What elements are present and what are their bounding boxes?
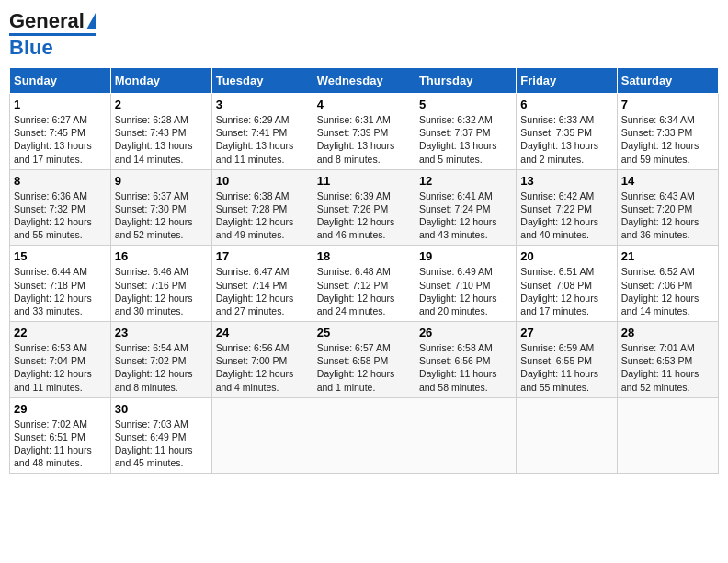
cell-info: Sunrise: 6:34 AMSunset: 7:33 PMDaylight:…: [621, 113, 714, 166]
cell-info: Sunrise: 6:31 AMSunset: 7:39 PMDaylight:…: [317, 113, 411, 166]
calendar-cell: 2Sunrise: 6:28 AMSunset: 7:43 PMDaylight…: [110, 94, 211, 170]
cell-info: Sunrise: 6:57 AMSunset: 6:58 PMDaylight:…: [317, 341, 411, 394]
day-number: 21: [621, 249, 714, 263]
calendar-cell: 7Sunrise: 6:34 AMSunset: 7:33 PMDaylight…: [617, 94, 718, 170]
cell-info: Sunrise: 6:54 AMSunset: 7:02 PMDaylight:…: [115, 341, 208, 394]
col-header-sunday: Sunday: [10, 68, 111, 94]
calendar-cell: 17Sunrise: 6:47 AMSunset: 7:14 PMDayligh…: [211, 246, 313, 322]
calendar-header-row: SundayMondayTuesdayWednesdayThursdayFrid…: [10, 68, 719, 94]
calendar-cell: 27Sunrise: 6:59 AMSunset: 6:55 PMDayligh…: [517, 322, 617, 398]
page-header: General Blue: [9, 9, 719, 60]
logo-general: General: [9, 9, 85, 33]
day-number: 10: [216, 174, 309, 188]
day-number: 25: [317, 326, 411, 339]
day-number: 18: [317, 249, 411, 263]
cell-info: Sunrise: 6:36 AMSunset: 7:32 PMDaylight:…: [14, 190, 107, 242]
col-header-wednesday: Wednesday: [313, 68, 415, 94]
cell-info: Sunrise: 6:41 AMSunset: 7:24 PMDaylight:…: [419, 190, 512, 242]
calendar-cell: 6Sunrise: 6:33 AMSunset: 7:35 PMDaylight…: [517, 94, 617, 170]
cell-info: Sunrise: 6:27 AMSunset: 7:45 PMDaylight:…: [14, 113, 107, 166]
calendar-cell: 26Sunrise: 6:58 AMSunset: 6:56 PMDayligh…: [415, 322, 516, 398]
calendar-cell: 14Sunrise: 6:43 AMSunset: 7:20 PMDayligh…: [617, 169, 718, 246]
day-number: 17: [216, 249, 309, 263]
calendar-cell: [617, 397, 718, 474]
calendar-cell: 25Sunrise: 6:57 AMSunset: 6:58 PMDayligh…: [313, 322, 415, 398]
day-number: 11: [317, 174, 411, 188]
calendar-cell: 9Sunrise: 6:37 AMSunset: 7:30 PMDaylight…: [110, 169, 211, 246]
week-row-2: 8Sunrise: 6:36 AMSunset: 7:32 PMDaylight…: [10, 169, 719, 246]
calendar-cell: 5Sunrise: 6:32 AMSunset: 7:37 PMDaylight…: [415, 94, 516, 170]
calendar-cell: 12Sunrise: 6:41 AMSunset: 7:24 PMDayligh…: [415, 169, 516, 246]
calendar-cell: 22Sunrise: 6:53 AMSunset: 7:04 PMDayligh…: [10, 322, 111, 398]
cell-info: Sunrise: 6:46 AMSunset: 7:16 PMDaylight:…: [115, 265, 208, 317]
day-number: 8: [14, 174, 107, 188]
day-number: 14: [621, 174, 714, 188]
day-number: 26: [419, 326, 512, 339]
col-header-thursday: Thursday: [415, 68, 516, 94]
cell-info: Sunrise: 6:58 AMSunset: 6:56 PMDaylight:…: [419, 341, 512, 394]
cell-info: Sunrise: 6:52 AMSunset: 7:06 PMDaylight:…: [621, 265, 714, 317]
calendar-cell: 1Sunrise: 6:27 AMSunset: 7:45 PMDaylight…: [10, 94, 111, 170]
calendar-cell: [517, 397, 617, 474]
cell-info: Sunrise: 6:53 AMSunset: 7:04 PMDaylight:…: [14, 341, 107, 394]
calendar-cell: 21Sunrise: 6:52 AMSunset: 7:06 PMDayligh…: [617, 246, 718, 322]
logo: General Blue: [9, 9, 96, 60]
day-number: 28: [621, 326, 714, 339]
cell-info: Sunrise: 6:39 AMSunset: 7:26 PMDaylight:…: [317, 190, 411, 242]
day-number: 15: [14, 249, 107, 263]
calendar-cell: 3Sunrise: 6:29 AMSunset: 7:41 PMDaylight…: [211, 94, 313, 170]
calendar-cell: [415, 397, 516, 474]
week-row-1: 1Sunrise: 6:27 AMSunset: 7:45 PMDaylight…: [10, 94, 719, 170]
day-number: 12: [419, 174, 512, 188]
cell-info: Sunrise: 6:43 AMSunset: 7:20 PMDaylight:…: [621, 190, 714, 242]
calendar-cell: 4Sunrise: 6:31 AMSunset: 7:39 PMDaylight…: [313, 94, 415, 170]
calendar-cell: 8Sunrise: 6:36 AMSunset: 7:32 PMDaylight…: [10, 169, 111, 246]
day-number: 13: [520, 174, 612, 188]
calendar-cell: 10Sunrise: 6:38 AMSunset: 7:28 PMDayligh…: [211, 169, 313, 246]
calendar-cell: 15Sunrise: 6:44 AMSunset: 7:18 PMDayligh…: [10, 246, 111, 322]
cell-info: Sunrise: 6:48 AMSunset: 7:12 PMDaylight:…: [317, 265, 411, 317]
calendar-cell: 30Sunrise: 7:03 AMSunset: 6:49 PMDayligh…: [110, 397, 211, 474]
calendar-cell: 13Sunrise: 6:42 AMSunset: 7:22 PMDayligh…: [517, 169, 617, 246]
day-number: 23: [115, 326, 208, 339]
day-number: 19: [419, 249, 512, 263]
calendar-cell: [313, 397, 415, 474]
cell-info: Sunrise: 6:47 AMSunset: 7:14 PMDaylight:…: [216, 265, 309, 317]
calendar-cell: 24Sunrise: 6:56 AMSunset: 7:00 PMDayligh…: [211, 322, 313, 398]
cell-info: Sunrise: 6:28 AMSunset: 7:43 PMDaylight:…: [115, 113, 208, 166]
calendar-cell: 28Sunrise: 7:01 AMSunset: 6:53 PMDayligh…: [617, 322, 718, 398]
cell-info: Sunrise: 6:59 AMSunset: 6:55 PMDaylight:…: [520, 341, 612, 394]
cell-info: Sunrise: 6:33 AMSunset: 7:35 PMDaylight:…: [520, 113, 612, 166]
calendar-cell: 20Sunrise: 6:51 AMSunset: 7:08 PMDayligh…: [517, 246, 617, 322]
cell-info: Sunrise: 6:49 AMSunset: 7:10 PMDaylight:…: [419, 265, 512, 317]
cell-info: Sunrise: 6:56 AMSunset: 7:00 PMDaylight:…: [216, 341, 309, 394]
day-number: 16: [115, 249, 208, 263]
col-header-tuesday: Tuesday: [211, 68, 313, 94]
cell-info: Sunrise: 6:32 AMSunset: 7:37 PMDaylight:…: [419, 113, 512, 166]
calendar-body: 1Sunrise: 6:27 AMSunset: 7:45 PMDaylight…: [10, 94, 719, 474]
calendar-cell: 29Sunrise: 7:02 AMSunset: 6:51 PMDayligh…: [10, 397, 111, 474]
calendar-table: SundayMondayTuesdayWednesdayThursdayFrid…: [9, 67, 719, 474]
day-number: 29: [14, 402, 107, 416]
day-number: 1: [14, 98, 107, 111]
day-number: 9: [115, 174, 208, 188]
week-row-5: 29Sunrise: 7:02 AMSunset: 6:51 PMDayligh…: [10, 397, 719, 474]
day-number: 20: [520, 249, 612, 263]
day-number: 30: [115, 402, 208, 416]
cell-info: Sunrise: 6:42 AMSunset: 7:22 PMDaylight:…: [520, 190, 612, 242]
cell-info: Sunrise: 7:02 AMSunset: 6:51 PMDaylight:…: [14, 418, 107, 470]
calendar-cell: 11Sunrise: 6:39 AMSunset: 7:26 PMDayligh…: [313, 169, 415, 246]
cell-info: Sunrise: 7:01 AMSunset: 6:53 PMDaylight:…: [621, 341, 714, 394]
day-number: 3: [216, 98, 309, 111]
cell-info: Sunrise: 6:38 AMSunset: 7:28 PMDaylight:…: [216, 190, 309, 242]
cell-info: Sunrise: 7:03 AMSunset: 6:49 PMDaylight:…: [115, 418, 208, 470]
cell-info: Sunrise: 6:29 AMSunset: 7:41 PMDaylight:…: [216, 113, 309, 166]
col-header-friday: Friday: [517, 68, 617, 94]
calendar-cell: [211, 397, 313, 474]
col-header-monday: Monday: [110, 68, 211, 94]
day-number: 2: [115, 98, 208, 111]
cell-info: Sunrise: 6:51 AMSunset: 7:08 PMDaylight:…: [520, 265, 612, 317]
week-row-3: 15Sunrise: 6:44 AMSunset: 7:18 PMDayligh…: [10, 246, 719, 322]
week-row-4: 22Sunrise: 6:53 AMSunset: 7:04 PMDayligh…: [10, 322, 719, 398]
calendar-cell: 18Sunrise: 6:48 AMSunset: 7:12 PMDayligh…: [313, 246, 415, 322]
